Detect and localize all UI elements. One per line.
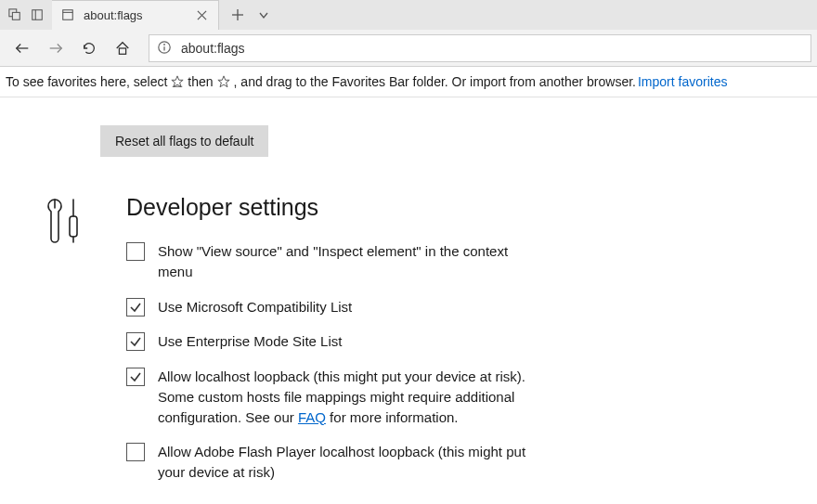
option-row: Use Microsoft Compatibility List [126, 297, 535, 317]
page-content: Reset all flags to default Developer set… [0, 97, 817, 504]
wrench-screwdriver-icon [43, 196, 85, 254]
svg-point-14 [163, 44, 165, 45]
section-icon-column [26, 194, 126, 254]
forward-button[interactable] [39, 32, 72, 64]
info-icon[interactable] [157, 40, 174, 57]
option-row: Allow localhost loopback (this might put… [126, 367, 535, 427]
svg-rect-4 [63, 9, 73, 19]
checkbox-localhost-loopback[interactable] [126, 368, 145, 386]
developer-settings-section: Developer settings Show "View source" an… [26, 194, 791, 498]
option-label: Use Enterprise Mode Site List [158, 331, 342, 352]
address-text: about:flags [181, 41, 245, 56]
favbar-text-3: , and drag to the Favorites Bar folder. … [234, 74, 636, 89]
option-row: Allow Adobe Flash Player localhost loopb… [126, 442, 535, 483]
svg-rect-12 [119, 48, 125, 54]
option-label: Use Microsoft Compatibility List [158, 297, 352, 317]
svg-rect-1 [12, 12, 19, 19]
home-button[interactable] [106, 32, 139, 64]
option-label: Allow Adobe Flash Player localhost loopb… [158, 442, 535, 483]
checkbox-flash-loopback[interactable] [126, 443, 145, 461]
checkbox-compat-list[interactable] [126, 298, 145, 317]
option-label: Allow localhost loopback (this might put… [158, 367, 535, 427]
svg-rect-20 [70, 216, 77, 237]
import-favorites-link[interactable]: Import favorites [638, 74, 727, 89]
recent-activities-icon[interactable] [4, 4, 26, 26]
option-label-post: for more information. [326, 409, 459, 425]
titlebar: about:flags [0, 0, 817, 30]
faq-link[interactable]: FAQ [298, 409, 326, 425]
new-tab-button[interactable] [225, 2, 251, 28]
favbar-text-2: then [188, 74, 213, 89]
section-body: Developer settings Show "View source" an… [126, 194, 535, 498]
browser-tab[interactable]: about:flags [52, 0, 219, 30]
star-outline-icon [217, 75, 230, 88]
titlebar-window-controls [0, 0, 52, 30]
tab-menu-chevron-icon[interactable] [251, 2, 277, 28]
set-aside-tabs-icon[interactable] [26, 4, 48, 26]
refresh-button[interactable] [72, 32, 106, 64]
svg-marker-18 [217, 76, 228, 87]
close-tab-icon[interactable] [192, 6, 211, 25]
favorites-hint-bar: To see favorites here, select then , and… [0, 67, 817, 97]
nav-toolbar: about:flags [0, 30, 817, 67]
star-filled-icon [171, 75, 184, 88]
reset-flags-button[interactable]: Reset all flags to default [100, 125, 268, 157]
section-title: Developer settings [126, 194, 535, 221]
tab-title: about:flags [84, 8, 192, 22]
favbar-text-1: To see favorites here, select [6, 74, 167, 89]
back-button[interactable] [6, 32, 39, 64]
tab-actions [219, 0, 282, 30]
svg-marker-16 [172, 76, 183, 87]
address-bar[interactable]: about:flags [149, 34, 811, 62]
svg-rect-2 [32, 10, 43, 20]
checkbox-view-source[interactable] [126, 242, 145, 261]
option-row: Use Enterprise Mode Site List [126, 331, 535, 352]
page-icon [61, 8, 76, 23]
option-label: Show "View source" and "Inspect element"… [158, 241, 535, 282]
option-row: Show "View source" and "Inspect element"… [126, 241, 535, 282]
checkbox-enterprise-mode[interactable] [126, 332, 145, 351]
